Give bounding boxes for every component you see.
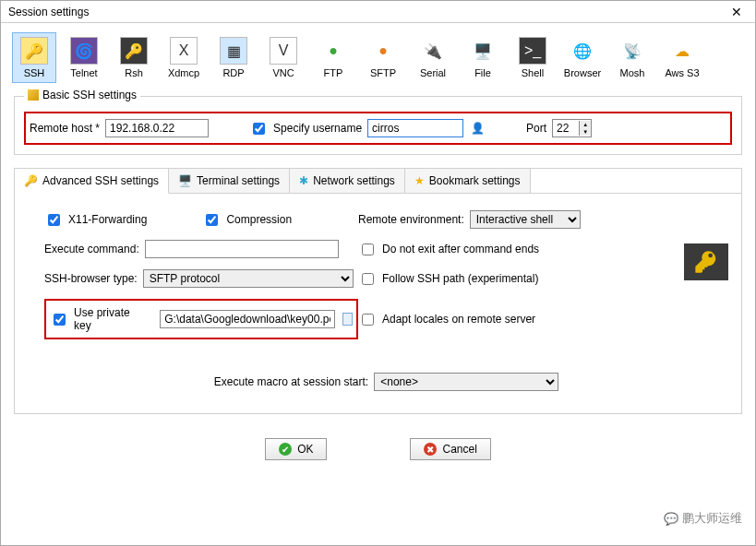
use-private-key-checkbox[interactable]	[54, 314, 66, 326]
tab-terminal-settings[interactable]: 🖥️Terminal settings	[169, 169, 290, 193]
session-type-toolbar: 🔑SSH🌀Telnet🔑RshXXdmcp▦RDPVVNC●FTP●SFTP🔌S…	[1, 23, 755, 89]
tab-bookmark-settings[interactable]: ★Bookmark settings	[405, 169, 531, 193]
specify-username-label: Specify username	[273, 122, 362, 135]
wechat-icon: 💬	[664, 512, 678, 526]
exec-cmd-input[interactable]	[145, 240, 339, 258]
key-icon	[28, 89, 39, 101]
specify-username-checkbox[interactable]	[253, 123, 265, 135]
follow-ssh-checkbox[interactable]	[362, 273, 374, 285]
noexit-checkbox[interactable]	[362, 243, 374, 255]
file-icon: 🖥️	[469, 37, 497, 65]
sftp-icon: ●	[369, 37, 397, 65]
adapt-locales-checkbox[interactable]	[362, 314, 374, 326]
port-up[interactable]: ▲	[580, 121, 591, 128]
rdp-icon: ▦	[220, 37, 247, 65]
session-type-shell[interactable]: >_Shell	[510, 32, 555, 83]
browser-type-select[interactable]: SFTP protocol	[143, 269, 354, 288]
key-icon: 🔑	[24, 174, 38, 187]
aws s3-icon: ☁	[668, 37, 696, 65]
rsh-icon: 🔑	[120, 37, 148, 65]
session-type-file[interactable]: 🖥️File	[461, 32, 505, 83]
window-title: Session settings	[8, 6, 89, 18]
browse-file-icon[interactable]	[342, 313, 353, 326]
ok-icon: ✔	[279, 443, 292, 456]
session-type-vnc[interactable]: VVNC	[261, 32, 306, 83]
macro-select[interactable]: <none>	[374, 373, 558, 391]
basic-settings-row: Remote host * Specify username 👤 Port ▲▼	[24, 112, 732, 145]
remote-env-label: Remote environment:	[358, 213, 464, 226]
session-type-ftp[interactable]: ●FTP	[311, 32, 355, 83]
x11-label: X11-Forwarding	[68, 213, 147, 226]
private-key-button[interactable]	[684, 243, 728, 280]
exec-cmd-label: Execute command:	[44, 243, 139, 255]
ok-button[interactable]: ✔ OK	[265, 438, 327, 460]
session-type-aws-s3[interactable]: ☁Aws S3	[660, 32, 704, 83]
session-type-browser[interactable]: 🌐Browser	[560, 32, 605, 83]
use-private-key-label: Use private key	[74, 306, 144, 332]
cancel-button[interactable]: ✖ Cancel	[410, 438, 490, 460]
session-type-ssh[interactable]: 🔑SSH	[12, 32, 56, 83]
close-icon[interactable]: ✕	[726, 5, 748, 19]
private-key-row: Use private key	[44, 299, 358, 339]
port-down[interactable]: ▼	[580, 128, 591, 136]
terminal-icon: 🖥️	[178, 174, 192, 187]
port-input[interactable]	[553, 120, 579, 136]
mosh-icon: 📡	[618, 37, 646, 65]
ftp-icon: ●	[319, 37, 347, 65]
cancel-icon: ✖	[424, 443, 437, 456]
star-icon: ★	[414, 174, 425, 187]
remote-host-input[interactable]	[105, 119, 209, 137]
port-spinner[interactable]: ▲▼	[552, 119, 592, 137]
shell-icon: >_	[519, 37, 546, 65]
vnc-icon: V	[270, 37, 297, 65]
session-type-rdp[interactable]: ▦RDP	[211, 32, 256, 83]
browser-icon: 🌐	[569, 37, 596, 65]
macro-label: Execute macro at session start:	[214, 375, 368, 388]
username-input[interactable]	[367, 119, 463, 137]
basic-section-title: Basic SSH settings	[42, 89, 137, 101]
serial-icon: 🔌	[419, 37, 447, 65]
telnet-icon: 🌀	[70, 37, 98, 65]
adapt-locales-label: Adapt locales on remote server	[382, 313, 535, 326]
session-type-telnet[interactable]: 🌀Telnet	[62, 32, 106, 83]
session-type-xdmcp[interactable]: XXdmcp	[162, 32, 206, 83]
watermark: 💬 鹏大师运维	[664, 510, 742, 527]
session-type-mosh[interactable]: 📡Mosh	[610, 32, 654, 83]
xdmcp-icon: X	[170, 37, 198, 65]
browser-type-label: SSH-browser type:	[44, 272, 138, 285]
x11-checkbox[interactable]	[48, 214, 60, 226]
session-type-serial[interactable]: 🔌Serial	[411, 32, 455, 83]
private-key-path-input[interactable]	[160, 310, 335, 328]
compression-checkbox[interactable]	[206, 214, 218, 226]
ssh-icon: 🔑	[20, 37, 48, 65]
remote-host-label: Remote host *	[30, 122, 100, 135]
follow-ssh-label: Follow SSH path (experimental)	[382, 272, 538, 285]
tab-advanced-ssh-settings[interactable]: 🔑Advanced SSH settings	[15, 169, 169, 194]
port-label: Port	[526, 122, 546, 135]
remote-env-select[interactable]: Interactive shell	[470, 210, 581, 229]
settings-tabs: 🔑Advanced SSH settings🖥️Terminal setting…	[15, 169, 741, 194]
session-type-sftp[interactable]: ●SFTP	[361, 32, 405, 83]
network-icon: ✱	[299, 174, 308, 187]
tab-network-settings[interactable]: ✱Network settings	[290, 169, 405, 193]
noexit-label: Do not exit after command ends	[382, 243, 539, 255]
compression-label: Compression	[226, 213, 292, 226]
user-picker-icon[interactable]: 👤	[469, 120, 486, 136]
session-type-rsh[interactable]: 🔑Rsh	[112, 32, 156, 83]
